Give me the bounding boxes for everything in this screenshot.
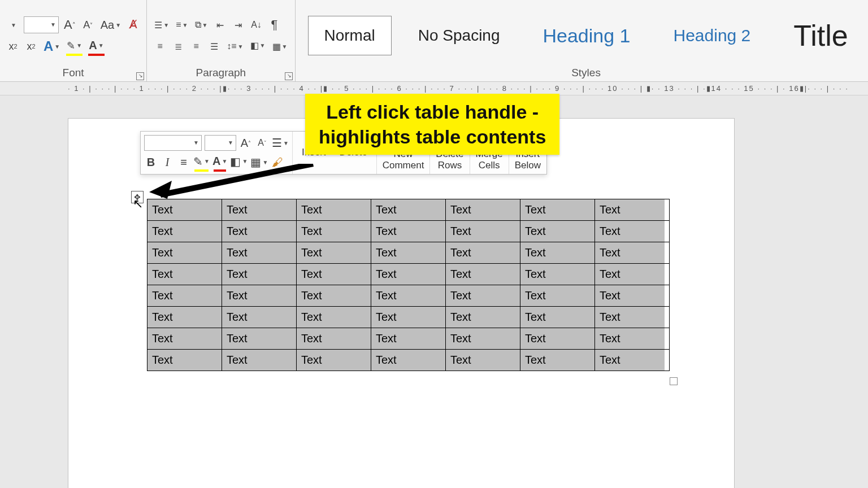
table-cell[interactable]: Text xyxy=(371,264,446,285)
table-cell[interactable]: Text xyxy=(147,350,222,371)
table-resize-handle[interactable] xyxy=(670,377,678,385)
table-cell[interactable]: Text xyxy=(371,285,446,307)
table-cell[interactable]: Text xyxy=(371,199,446,221)
font-color-button[interactable]: A xyxy=(87,38,105,55)
table-cell[interactable]: Text xyxy=(595,242,670,264)
mini-shrink-font-button[interactable]: A˅ xyxy=(255,134,269,151)
numbering-button[interactable]: ≡ xyxy=(174,16,189,33)
table-row[interactable]: TextTextTextTextTextTextText xyxy=(147,285,670,307)
table-cell[interactable]: Text xyxy=(520,350,595,371)
mini-font-name-select[interactable] xyxy=(144,135,202,151)
table-cell[interactable]: Text xyxy=(520,285,595,307)
mini-bullets-button[interactable]: ☰ xyxy=(272,134,289,151)
table-cell[interactable]: Text xyxy=(446,285,520,307)
table-row[interactable]: TextTextTextTextTextTextText xyxy=(147,264,670,285)
align-right-button[interactable]: ≡ xyxy=(189,38,203,55)
table-cell[interactable]: Text xyxy=(297,307,371,328)
style-no-spacing[interactable]: No Spacing xyxy=(402,16,517,55)
table-cell[interactable]: Text xyxy=(520,199,595,221)
mini-grow-font-button[interactable]: A˄ xyxy=(239,134,253,151)
table-cell[interactable]: Text xyxy=(147,242,222,264)
grow-font-button[interactable]: A˄ xyxy=(62,16,77,33)
table-row[interactable]: TextTextTextTextTextTextText xyxy=(147,242,670,264)
bullets-button[interactable]: ☰ xyxy=(153,16,171,33)
shrink-font-button[interactable]: A˅ xyxy=(81,16,96,33)
table-cell[interactable]: Text xyxy=(595,350,670,371)
subscript-button[interactable]: x2 xyxy=(6,38,20,55)
table-cell[interactable]: Text xyxy=(371,350,446,371)
table-cell[interactable]: Text xyxy=(595,199,670,221)
style-normal[interactable]: Normal xyxy=(308,16,392,55)
mouse-cursor-icon: ↖ xyxy=(133,197,143,211)
table-cell[interactable]: Text xyxy=(147,285,222,307)
align-center-button[interactable]: ≣ xyxy=(171,38,185,55)
table-cell[interactable]: Text xyxy=(520,221,595,242)
decrease-indent-button[interactable]: ⇤ xyxy=(213,16,228,33)
table-row[interactable]: TextTextTextTextTextTextText xyxy=(147,328,670,350)
shading-button[interactable]: ◧ xyxy=(249,38,267,55)
borders-button[interactable]: ▦ xyxy=(271,38,289,55)
table-cell[interactable]: Text xyxy=(520,242,595,264)
table-cell[interactable]: Text xyxy=(147,328,222,350)
table-cell[interactable]: Text xyxy=(446,328,520,350)
table-row[interactable]: TextTextTextTextTextTextText xyxy=(147,307,670,328)
sort-button[interactable]: A↓ xyxy=(249,16,264,33)
table-cell[interactable]: Text xyxy=(520,307,595,328)
table-cell[interactable]: Text xyxy=(222,350,297,371)
multilevel-list-button[interactable]: ⧉ xyxy=(193,16,210,33)
table-cell[interactable]: Text xyxy=(147,221,222,242)
line-spacing-button[interactable]: ↕≡ xyxy=(225,38,245,55)
table-cell[interactable]: Text xyxy=(595,328,670,350)
table-cell[interactable]: Text xyxy=(222,328,297,350)
table-cell[interactable]: Text xyxy=(520,264,595,285)
table-cell[interactable]: Text xyxy=(371,328,446,350)
style-heading1[interactable]: Heading 1 xyxy=(527,14,647,58)
table-cell[interactable]: Text xyxy=(222,285,297,307)
table-cell[interactable]: Text xyxy=(297,328,371,350)
table-cell[interactable]: Text xyxy=(446,242,520,264)
highlight-color-button[interactable]: ✎ xyxy=(65,38,84,55)
font-size-input[interactable] xyxy=(24,16,59,33)
table-cell[interactable]: Text xyxy=(297,350,371,371)
table-cell[interactable]: Text xyxy=(371,242,446,264)
align-left-button[interactable]: ≡ xyxy=(153,38,167,55)
font-dialog-launcher[interactable] xyxy=(136,72,144,80)
change-case-button[interactable]: Aa xyxy=(99,16,123,33)
superscript-button[interactable]: x2 xyxy=(24,38,38,55)
table-cell[interactable]: Text xyxy=(297,264,371,285)
clear-formatting-button[interactable]: A̸ xyxy=(126,16,141,33)
table-cell[interactable]: Text xyxy=(222,242,297,264)
text-effects-button[interactable]: A xyxy=(42,38,62,55)
table-cell[interactable]: Text xyxy=(595,307,670,328)
table-cell[interactable]: Text xyxy=(147,307,222,328)
table-row[interactable]: TextTextTextTextTextTextText xyxy=(147,350,670,371)
table-cell[interactable]: Text xyxy=(371,307,446,328)
style-title[interactable]: Title xyxy=(777,8,864,63)
table-cell[interactable]: Text xyxy=(297,221,371,242)
paragraph-dialog-launcher[interactable] xyxy=(285,72,293,80)
table-cell[interactable]: Text xyxy=(371,221,446,242)
table-cell[interactable]: Text xyxy=(147,264,222,285)
table-cell[interactable]: Text xyxy=(222,307,297,328)
table-cell[interactable]: Text xyxy=(595,285,670,307)
table-cell[interactable]: Text xyxy=(446,350,520,371)
justify-button[interactable]: ☰ xyxy=(207,38,222,55)
table-cell[interactable]: Text xyxy=(222,264,297,285)
style-heading2[interactable]: Heading 2 xyxy=(657,15,767,56)
table-cell[interactable]: Text xyxy=(595,264,670,285)
table-cell[interactable]: Text xyxy=(520,328,595,350)
table-cell[interactable]: Text xyxy=(222,221,297,242)
content-table[interactable]: TextTextTextTextTextTextTextTextTextText… xyxy=(147,199,670,371)
font-name-dropdown[interactable] xyxy=(6,16,20,33)
table-cell[interactable]: Text xyxy=(446,264,520,285)
table-cell[interactable]: Text xyxy=(446,221,520,242)
table-row[interactable]: TextTextTextTextTextTextText xyxy=(147,221,670,242)
table-cell[interactable]: Text xyxy=(446,307,520,328)
table-cell[interactable]: Text xyxy=(297,285,371,307)
table-cell[interactable]: Text xyxy=(446,199,520,221)
show-hide-button[interactable]: ¶ xyxy=(267,16,282,33)
mini-font-size-select[interactable] xyxy=(205,135,236,151)
table-cell[interactable]: Text xyxy=(297,242,371,264)
increase-indent-button[interactable]: ⇥ xyxy=(231,16,246,33)
table-cell[interactable]: Text xyxy=(595,221,670,242)
